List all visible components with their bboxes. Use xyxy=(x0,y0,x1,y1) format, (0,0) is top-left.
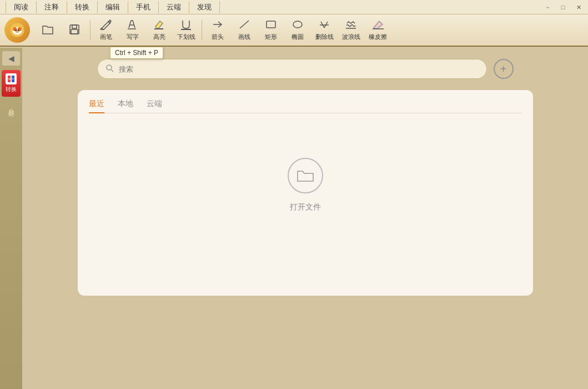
menu-item-cloud[interactable]: 云端 xyxy=(159,1,189,13)
back-arrow-icon: ◀ xyxy=(8,54,14,63)
file-panel: 最近 本地 云端 打开文件 xyxy=(78,90,533,296)
write-button[interactable]: 写字 xyxy=(120,17,145,43)
tabs: 最近 本地 云端 xyxy=(89,99,522,113)
svg-line-15 xyxy=(240,21,249,28)
eraser-button[interactable]: 橡皮擦 xyxy=(365,17,390,43)
svg-rect-10 xyxy=(71,29,78,34)
main-content: + 最近 本地 云端 打开文件 xyxy=(22,48,588,389)
minimize-button[interactable]: － xyxy=(540,1,555,13)
menu-item-discover[interactable]: 发现 xyxy=(189,1,220,13)
sidebar-back-button[interactable]: ◀ xyxy=(2,51,20,66)
svg-rect-16 xyxy=(267,21,275,28)
tab-recent[interactable]: 最近 xyxy=(89,99,104,113)
arrow-label: 箭头 xyxy=(212,33,224,41)
menu-item-read[interactable]: 阅读 xyxy=(6,1,37,13)
eraser-icon xyxy=(371,19,384,32)
ellipse-icon xyxy=(292,19,304,32)
underline-button[interactable]: 下划线 xyxy=(174,17,198,43)
svg-text:W: W xyxy=(8,77,11,81)
maximize-button[interactable]: □ xyxy=(556,1,570,13)
eraser-label: 橡皮擦 xyxy=(369,33,387,41)
keyboard-shortcut-tooltip: Ctrl + Shift + P xyxy=(110,47,163,59)
ellipse-label: 椭圆 xyxy=(292,33,304,41)
rect-icon xyxy=(265,19,277,32)
sidebar: ◀ W P 转换 八枚起 xyxy=(0,48,22,389)
convert-label: 转换 xyxy=(6,86,17,93)
empty-state: 打开文件 xyxy=(89,124,522,246)
search-container: + xyxy=(97,59,514,79)
menu-item-phone[interactable]: 手机 xyxy=(128,1,159,13)
svg-point-6 xyxy=(18,29,19,31)
app-logo xyxy=(4,17,30,43)
menu-item-edit[interactable]: 编辑 xyxy=(98,1,128,13)
strikeout-button[interactable]: 删除线 xyxy=(312,17,336,43)
search-icon xyxy=(105,64,114,74)
underline-icon xyxy=(180,19,192,32)
open-file-label: 打开文件 xyxy=(290,202,321,212)
window-controls: － □ ✕ xyxy=(521,0,588,14)
menu-item-convert[interactable]: 转换 xyxy=(67,1,98,13)
svg-point-27 xyxy=(107,65,112,70)
strikeout-label: 删除线 xyxy=(315,33,334,41)
menu-bar: 阅读 注释 转换 编辑 手机 云端 发现 － □ ✕ xyxy=(0,0,588,14)
strikeout-icon xyxy=(318,19,330,32)
highlight-label: 高亮 xyxy=(153,33,165,41)
line-icon xyxy=(238,19,250,32)
svg-point-7 xyxy=(17,31,18,32)
search-input[interactable] xyxy=(119,65,479,73)
underline-label: 下划线 xyxy=(177,33,195,41)
svg-line-28 xyxy=(111,69,113,72)
open-file-circle[interactable] xyxy=(288,158,323,193)
paintbrush-button[interactable]: 画笔 xyxy=(94,17,118,43)
arrow-icon xyxy=(212,19,224,32)
paintbrush-icon xyxy=(100,19,112,32)
sidebar-convert-button[interactable]: W P 转换 xyxy=(2,70,21,97)
menu-item-annotate[interactable]: 注释 xyxy=(37,1,67,13)
line-button[interactable]: 画线 xyxy=(232,17,257,43)
close-button[interactable]: ✕ xyxy=(571,1,586,13)
highlight-icon xyxy=(153,19,165,32)
write-icon xyxy=(127,19,139,32)
search-input-wrapper xyxy=(97,59,487,79)
toolbar: 画笔 写字 高亮 下划线 xyxy=(0,14,588,47)
tab-local[interactable]: 本地 xyxy=(118,99,133,113)
paintbrush-label: 画笔 xyxy=(100,33,112,41)
tab-cloud[interactable]: 云端 xyxy=(147,99,162,113)
wavy-icon xyxy=(345,19,357,32)
folder-icon xyxy=(296,167,314,184)
svg-point-5 xyxy=(16,29,17,31)
wavy-button[interactable]: 波浪线 xyxy=(339,17,363,43)
open-button[interactable] xyxy=(36,17,60,43)
wavy-label: 波浪线 xyxy=(342,33,360,41)
rect-button[interactable]: 矩形 xyxy=(259,17,283,43)
separator-2 xyxy=(202,20,202,40)
save-button[interactable] xyxy=(62,17,87,43)
line-label: 画线 xyxy=(238,33,250,41)
svg-rect-9 xyxy=(72,25,77,28)
highlight-button[interactable]: 高亮 xyxy=(147,17,172,43)
rect-label: 矩形 xyxy=(265,33,277,41)
write-label: 写字 xyxy=(127,33,139,41)
arrow-button[interactable]: 箭头 xyxy=(205,17,230,43)
add-button[interactable]: + xyxy=(494,59,514,79)
convert-icon: W P xyxy=(6,73,17,84)
svg-point-17 xyxy=(293,21,302,28)
ellipse-button[interactable]: 椭圆 xyxy=(285,17,310,43)
save-icon xyxy=(69,24,80,37)
open-icon xyxy=(42,24,54,37)
sidebar-secondary-label: 八枚起 xyxy=(7,103,16,107)
separator-1 xyxy=(90,20,91,40)
